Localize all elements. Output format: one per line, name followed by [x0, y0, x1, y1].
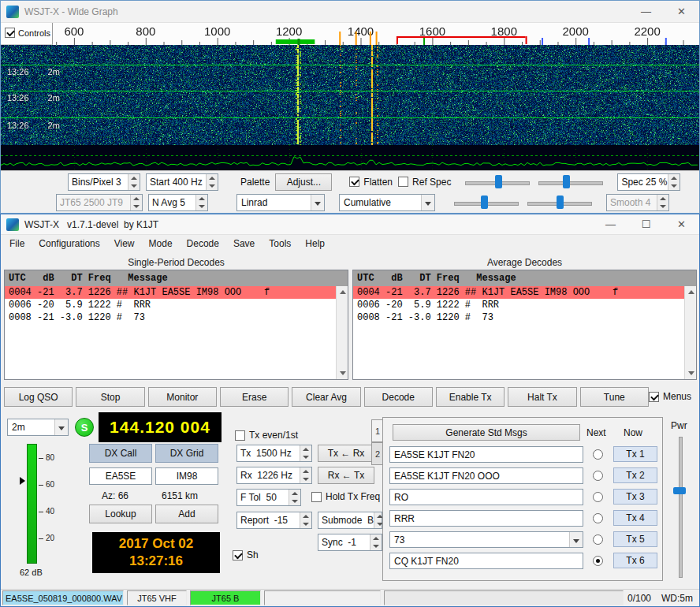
tx4-now-button[interactable]: Tx 4 — [613, 510, 657, 526]
average-decodes-text-area[interactable]: UTC dB DT Freq Message 0004 -21 3.7 1226… — [352, 270, 697, 380]
scroll-up-icon[interactable] — [337, 286, 348, 298]
menu-decode[interactable]: Decode — [180, 236, 226, 251]
spin-up-icon[interactable] — [300, 512, 311, 520]
tab-2[interactable]: 2 — [371, 442, 383, 465]
erase-button[interactable]: Erase — [220, 387, 289, 407]
waterfall-gain-slider[interactable] — [464, 174, 531, 190]
dx-call-button[interactable]: DX Call — [89, 444, 152, 463]
tx1-message-field[interactable]: EA5SE K1JT FN20 — [389, 446, 583, 463]
adjust-palette-button[interactable]: Adjust... — [275, 173, 332, 191]
start-frequency-spinner[interactable]: Start 400 Hz — [146, 173, 218, 191]
menu-tools[interactable]: Tools — [262, 236, 298, 251]
spin-down-icon[interactable] — [289, 497, 300, 505]
sync-spinner[interactable]: Sync -1 — [318, 534, 382, 551]
decode-row[interactable]: 0008 -21 -3.0 1220 # 73 — [5, 311, 348, 324]
menus-checkbox[interactable]: Menus — [649, 391, 691, 402]
spin-up-icon[interactable] — [128, 174, 140, 182]
spin-down-icon[interactable] — [207, 182, 218, 190]
tune-button[interactable]: Tune — [580, 387, 649, 407]
spin-down-icon[interactable] — [196, 203, 207, 210]
tx3-next-radio[interactable] — [593, 492, 603, 502]
main-titlebar[interactable]: WSJT-X v1.7.1-devel by K1JT — ☐ ✕ — [1, 214, 699, 235]
halt-tx-button[interactable]: Halt Tx — [508, 387, 576, 407]
slider-thumb[interactable] — [563, 175, 570, 188]
tx1-next-radio[interactable] — [593, 449, 603, 460]
log-qso-button[interactable]: Log QSO — [4, 387, 73, 407]
generate-std-msgs-button[interactable]: Generate Std Msgs — [393, 424, 580, 441]
f-tol-spinner[interactable]: F Tol 50 — [236, 489, 301, 506]
menu-mode[interactable]: Mode — [142, 236, 180, 251]
stop-button[interactable]: Stop — [76, 387, 144, 407]
controls-checkbox[interactable]: Controls — [5, 28, 50, 38]
dx-grid-button[interactable]: DX Grid — [155, 444, 218, 463]
spin-down-icon[interactable] — [374, 520, 382, 528]
spin-down-icon[interactable] — [668, 182, 680, 190]
tx4-next-radio[interactable] — [593, 513, 603, 523]
tx6-next-radio[interactable] — [593, 556, 603, 566]
spectrum-zero-slider[interactable] — [526, 195, 594, 210]
decode-row[interactable]: 0006 -20 5.9 1222 # RRR — [353, 299, 696, 311]
spin-down-icon[interactable] — [300, 453, 311, 461]
tab-1[interactable]: 1 — [371, 419, 383, 442]
minimize-button[interactable]: — — [628, 1, 664, 22]
dropdown-arrow-icon[interactable] — [54, 419, 68, 435]
clear-avg-button[interactable]: Clear Avg — [292, 387, 360, 407]
spin-up-icon[interactable] — [196, 195, 207, 203]
close-button[interactable]: ✕ — [664, 214, 699, 234]
tx-to-rx-button[interactable]: Tx ← Rx — [318, 445, 374, 462]
palette-combo[interactable]: Linrad — [236, 194, 325, 211]
spin-down-icon[interactable] — [370, 542, 382, 550]
n-avg-spinner[interactable]: N Avg 5 — [148, 194, 208, 211]
menu-view[interactable]: View — [107, 236, 142, 251]
frequency-ruler[interactable]: Controls — [1, 23, 699, 45]
spin-up-icon[interactable] — [370, 534, 382, 542]
spectrum-gain-slider[interactable] — [452, 195, 520, 210]
spin-up-icon[interactable] — [289, 490, 300, 497]
menu-configurations[interactable]: Configurations — [32, 236, 106, 251]
rx-freq-spinner[interactable]: Rx 1226 Hz — [236, 467, 312, 484]
spin-up-icon[interactable] — [300, 445, 311, 453]
wide-graph-titlebar[interactable]: WSJT-X - Wide Graph — ✕ — [1, 1, 699, 23]
tx3-message-field[interactable]: RO — [389, 489, 583, 505]
ref-spec-checkbox[interactable]: Ref Spec — [398, 177, 451, 188]
tx5-now-button[interactable]: Tx 5 — [613, 531, 657, 547]
spin-down-icon[interactable] — [300, 475, 311, 483]
dropdown-arrow-icon[interactable] — [569, 532, 583, 547]
decode-row[interactable]: 0004 -21 3.7 1226 ## K1JT EA5SE IM98 OOO… — [5, 286, 348, 299]
rig-status-indicator[interactable]: S — [75, 418, 94, 437]
scrollbar[interactable] — [684, 286, 696, 379]
rx-to-tx-button[interactable]: Rx ← Tx — [318, 467, 374, 484]
maximize-button[interactable]: ☐ — [628, 214, 664, 234]
tx1-now-button[interactable]: Tx 1 — [613, 446, 657, 462]
scrollbar[interactable] — [336, 286, 348, 379]
spin-up-icon[interactable] — [300, 467, 311, 475]
tx2-now-button[interactable]: Tx 2 — [613, 467, 657, 483]
scroll-up-icon[interactable] — [685, 286, 697, 298]
minimize-button[interactable]: — — [593, 214, 628, 234]
tx4-message-field[interactable]: RRR — [389, 510, 583, 527]
spin-up-icon[interactable] — [374, 512, 382, 520]
tx6-message-field[interactable]: CQ K1JT FN20 — [389, 553, 583, 569]
spin-down-icon[interactable] — [300, 520, 311, 528]
dropdown-arrow-icon[interactable] — [311, 195, 324, 210]
menu-file[interactable]: File — [2, 236, 32, 251]
dx-grid-field[interactable]: IM98 — [155, 467, 218, 485]
slider-thumb[interactable] — [673, 487, 686, 494]
pwr-slider[interactable] — [672, 435, 687, 579]
slider-thumb[interactable] — [557, 196, 564, 209]
add-button[interactable]: Add — [155, 505, 218, 523]
dx-call-field[interactable]: EA5SE — [89, 467, 152, 485]
display-mode-combo[interactable]: Cumulative — [339, 194, 435, 211]
slider-thumb[interactable] — [481, 196, 488, 209]
submode-spinner[interactable]: Submode B — [318, 512, 382, 529]
waterfall-zero-slider[interactable] — [537, 174, 605, 190]
enable-tx-button[interactable]: Enable Tx — [436, 387, 505, 407]
tx-even-checkbox[interactable]: Tx even/1st — [235, 430, 298, 441]
tx3-now-button[interactable]: Tx 3 — [613, 489, 657, 505]
tx2-message-field[interactable]: EA5SE K1JT FN20 OOO — [389, 467, 583, 484]
scroll-down-icon[interactable] — [685, 367, 697, 379]
tx2-next-radio[interactable] — [593, 471, 603, 481]
close-button[interactable]: ✕ — [664, 1, 699, 22]
tx6-now-button[interactable]: Tx 6 — [613, 553, 657, 568]
decode-row[interactable]: 0004 -21 3.7 1226 ## K1JT EA5SE IM98 OOO… — [353, 286, 696, 299]
